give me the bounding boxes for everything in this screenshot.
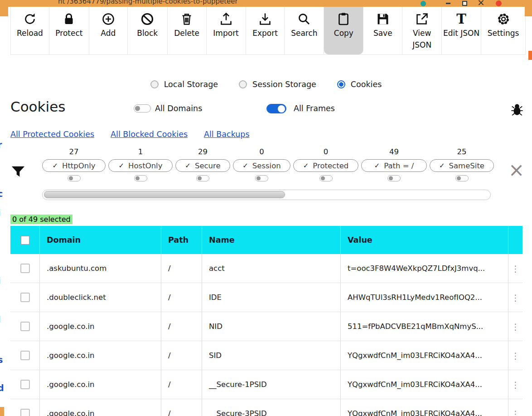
cell-path: / bbox=[161, 312, 202, 341]
cell-name: NID bbox=[202, 312, 341, 341]
button-label: Protect bbox=[55, 27, 82, 39]
filter-funnel-icon[interactable] bbox=[11, 165, 25, 180]
delete-button[interactable]: Delete bbox=[168, 7, 207, 54]
all-protected-cookies-link[interactable]: All Protected Cookies bbox=[10, 130, 94, 139]
chip-label: HttpOnly bbox=[62, 162, 96, 170]
browser-menu-badge[interactable] bbox=[496, 0, 502, 6]
row-select-cell bbox=[10, 283, 40, 312]
block-button[interactable]: Block bbox=[128, 7, 168, 54]
open-external-icon bbox=[415, 11, 429, 27]
filter-chip-samesite[interactable]: ✓ SameSite bbox=[430, 159, 494, 172]
window-close-icon[interactable]: × bbox=[477, 0, 485, 7]
save-button[interactable]: Save bbox=[363, 7, 402, 54]
all-frames-label: All Frames bbox=[294, 104, 335, 113]
row-menu-icon[interactable]: ⋮ bbox=[511, 351, 520, 361]
filter-toggle-session[interactable] bbox=[255, 175, 268, 181]
filter-chip-protected[interactable]: ✓ Protected bbox=[293, 159, 358, 172]
protect-button[interactable]: Protect bbox=[49, 7, 89, 54]
cell-name: acct bbox=[202, 254, 341, 283]
row-menu-cell: ⋮ bbox=[508, 312, 522, 341]
radio-session-storage[interactable]: Session Storage bbox=[239, 80, 316, 89]
filter-chip-path[interactable]: ✓ Path = / bbox=[361, 159, 427, 172]
view-json-button[interactable]: View JSON bbox=[402, 7, 442, 54]
window-title: ht /36364779/passing-multiple-cookies-to… bbox=[58, 0, 238, 5]
gear-icon bbox=[496, 11, 511, 27]
table-row[interactable]: .google.co.in / SID YQgxwdfCnM_im03LFRCi… bbox=[10, 341, 522, 370]
filter-chip-secure[interactable]: ✓ Secure bbox=[175, 159, 230, 172]
browser-titlebar: ht /36364779/passing-multiple-cookies-to… bbox=[0, 0, 532, 7]
edit-json-button[interactable]: T Edit JSON bbox=[442, 7, 481, 54]
filter-toggle-samesite[interactable] bbox=[455, 175, 469, 181]
filter-count: 25 bbox=[457, 147, 467, 156]
all-blocked-cookies-link[interactable]: All Blocked Cookies bbox=[111, 130, 188, 139]
filter-toggle-protected[interactable] bbox=[319, 175, 333, 181]
reload-button[interactable]: Reload bbox=[11, 7, 49, 54]
all-frames-toggle[interactable] bbox=[266, 104, 286, 113]
filter-toggle-hostonly[interactable] bbox=[134, 175, 147, 181]
row-menu-icon[interactable]: ⋮ bbox=[511, 264, 520, 274]
filter-group-session: 0 ✓ Session bbox=[233, 147, 290, 181]
table-row[interactable]: .askubuntu.com / acct t=ooc3F8W4WeXkpQZ7… bbox=[10, 254, 522, 283]
row-menu-cell: ⋮ bbox=[508, 341, 522, 370]
cell-value: AHWqTUl3sRH1LyMedv1ReofIOQ2... bbox=[341, 283, 508, 312]
copy-button[interactable]: Copy bbox=[324, 7, 363, 54]
select-all-checkbox[interactable] bbox=[20, 235, 30, 245]
filter-close-icon[interactable]: × bbox=[508, 161, 524, 180]
check-icon: ✓ bbox=[119, 162, 125, 170]
bug-logo-icon bbox=[510, 103, 524, 116]
check-icon: ✓ bbox=[185, 162, 191, 170]
table-header: Domain Path Name Value bbox=[10, 226, 522, 254]
cell-path: / bbox=[161, 254, 202, 283]
filter-toggle-httponly[interactable] bbox=[68, 175, 81, 181]
row-checkbox[interactable] bbox=[20, 293, 30, 302]
check-icon: ✓ bbox=[439, 162, 445, 170]
chip-label: Secure bbox=[195, 162, 221, 170]
minimize-icon[interactable] bbox=[446, 3, 450, 5]
row-menu-icon[interactable]: ⋮ bbox=[511, 293, 520, 303]
table-row[interactable]: .google.co.in / NID 511=fPbADCVBE21qMBmX… bbox=[10, 312, 522, 341]
all-backups-link[interactable]: All Backups bbox=[204, 130, 250, 139]
table-row[interactable]: .google.co.in / __Secure-3PSID YQgxwdfCn… bbox=[10, 399, 522, 416]
page-edge-fragment: i bbox=[0, 276, 1, 286]
row-menu-icon[interactable]: ⋮ bbox=[511, 409, 520, 416]
header-menu bbox=[508, 226, 522, 254]
export-button[interactable]: Export bbox=[246, 7, 285, 54]
maximize-icon[interactable] bbox=[462, 1, 467, 6]
cell-name: IDE bbox=[202, 283, 341, 312]
settings-button[interactable]: Settings bbox=[481, 7, 526, 54]
filter-group-httponly: 27 ✓ HttpOnly bbox=[42, 147, 106, 181]
row-menu-icon[interactable]: ⋮ bbox=[511, 322, 520, 332]
radio-label: Cookies bbox=[351, 80, 382, 89]
check-icon: ✓ bbox=[242, 162, 248, 170]
filter-chip-httponly[interactable]: ✓ HttpOnly bbox=[42, 159, 106, 172]
row-checkbox[interactable] bbox=[20, 351, 30, 360]
chip-label: HostOnly bbox=[128, 162, 162, 170]
radio-label: Local Storage bbox=[164, 80, 218, 89]
add-button[interactable]: Add bbox=[89, 7, 128, 54]
filter-count: 49 bbox=[389, 147, 399, 156]
filter-group-protected: 0 ✓ Protected bbox=[293, 147, 358, 181]
table-row[interactable]: .google.co.in / __Secure-1PSID YQgxwdfCn… bbox=[10, 370, 522, 399]
search-button[interactable]: Search bbox=[285, 7, 324, 54]
row-checkbox[interactable] bbox=[20, 264, 30, 273]
row-checkbox[interactable] bbox=[20, 380, 30, 389]
header-value: Value bbox=[341, 226, 508, 254]
table-row[interactable]: .doubleclick.net / IDE AHWqTUl3sRH1LyMed… bbox=[10, 283, 522, 312]
filter-chip-hostonly[interactable]: ✓ HostOnly bbox=[108, 159, 173, 172]
radio-local-storage[interactable]: Local Storage bbox=[150, 80, 218, 89]
radio-cookies[interactable]: Cookies bbox=[337, 80, 382, 89]
cell-value: YQgxwdfCnM_im03LFRCiKO4aXA4... bbox=[341, 341, 508, 370]
filter-toggle-secure[interactable] bbox=[196, 175, 209, 181]
trash-icon bbox=[179, 11, 194, 27]
row-menu-icon[interactable]: ⋮ bbox=[511, 380, 520, 390]
filter-chip-session[interactable]: ✓ Session bbox=[233, 159, 290, 172]
row-checkbox[interactable] bbox=[20, 409, 30, 416]
horizontal-scrollbar[interactable] bbox=[42, 190, 491, 200]
scrollbar-thumb[interactable] bbox=[44, 191, 285, 198]
all-domains-toggle[interactable] bbox=[134, 104, 151, 113]
import-button[interactable]: Import bbox=[207, 7, 246, 54]
filter-toggle-path[interactable] bbox=[387, 175, 401, 181]
row-select-cell bbox=[10, 254, 40, 283]
row-checkbox[interactable] bbox=[20, 322, 30, 331]
export-icon bbox=[258, 11, 272, 27]
